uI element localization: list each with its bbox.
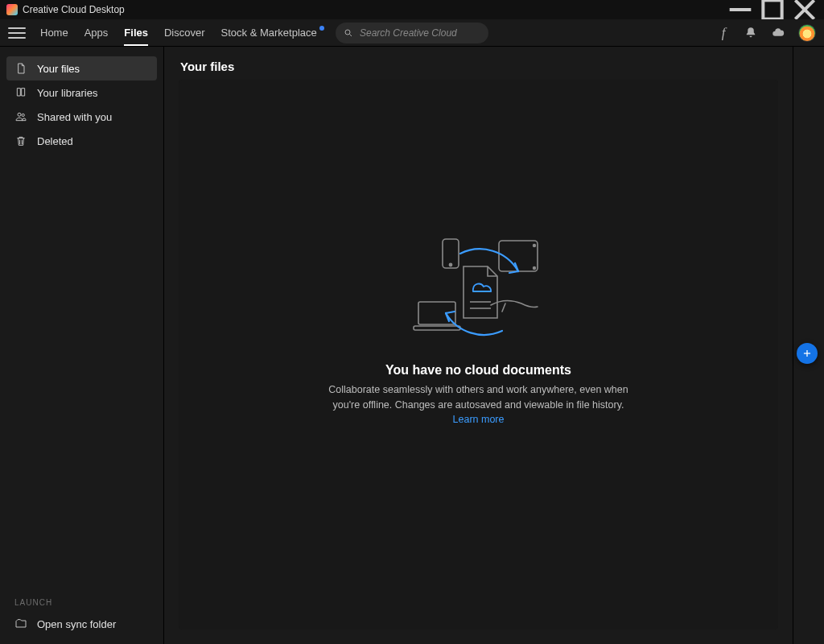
minimize-button[interactable]	[724, 0, 756, 19]
sidebar-item-label: Shared with you	[37, 111, 112, 123]
search-box[interactable]	[336, 23, 488, 43]
maximize-button[interactable]	[756, 0, 789, 19]
menu-icon[interactable]	[8, 24, 26, 42]
tab-apps[interactable]: Apps	[76, 19, 117, 46]
search-input[interactable]	[360, 27, 480, 39]
file-icon	[14, 62, 27, 75]
notifications-icon[interactable]	[744, 26, 758, 40]
svg-point-11	[533, 245, 535, 247]
empty-illustration-icon	[410, 236, 547, 349]
fonts-icon[interactable]: f	[716, 26, 731, 40]
folder-sync-icon	[14, 617, 27, 630]
empty-description: Collaborate seamlessly with others and w…	[318, 382, 640, 411]
svg-point-14	[449, 264, 451, 266]
book-icon	[14, 86, 27, 99]
sidebar-item-label: Your files	[37, 63, 80, 75]
avatar[interactable]	[798, 24, 816, 42]
people-icon	[14, 110, 27, 123]
empty-title: You have no cloud documents	[385, 363, 571, 378]
tab-label: Discover	[164, 27, 205, 39]
notification-dot-icon	[319, 26, 324, 31]
sidebar-item-label: Deleted	[37, 135, 73, 147]
sidebar-item-your-files[interactable]: Your files	[6, 56, 157, 80]
content-area: You have no cloud documents Collaborate …	[179, 80, 778, 630]
sidebar-item-your-libraries[interactable]: Your libraries	[6, 80, 157, 105]
tab-home[interactable]: Home	[32, 19, 76, 46]
close-button[interactable]	[789, 0, 821, 19]
tab-label: Apps	[84, 27, 109, 39]
svg-line-5	[350, 35, 352, 37]
window-controls	[724, 0, 821, 19]
tab-label: Stock & Marketplace	[221, 27, 317, 39]
tab-files[interactable]: Files	[116, 19, 156, 46]
nav-right: f	[716, 24, 816, 42]
page-title: Your files	[164, 47, 793, 80]
open-sync-folder[interactable]: Open sync folder	[6, 612, 157, 636]
nav-tabs: Home Apps Files Discover Stock & Marketp…	[32, 19, 332, 46]
tab-marketplace[interactable]: Stock & Marketplace	[213, 19, 332, 46]
svg-point-7	[22, 114, 24, 116]
sidebar-item-deleted[interactable]: Deleted	[6, 129, 157, 153]
add-button[interactable]	[797, 343, 818, 364]
svg-rect-16	[414, 326, 460, 330]
tab-label: Files	[124, 27, 148, 39]
plus-icon	[801, 348, 813, 359]
svg-point-12	[533, 267, 535, 270]
learn-more-link[interactable]: Learn more	[453, 414, 505, 425]
main-content: Your files	[164, 47, 793, 644]
app-logo-icon	[6, 4, 18, 15]
window-title: Creative Cloud Desktop	[23, 4, 125, 15]
sidebar: Your files Your libraries Shared with yo…	[0, 47, 164, 644]
tab-label: Home	[40, 27, 68, 39]
svg-rect-1	[763, 0, 781, 19]
sidebar-item-label: Your libraries	[37, 87, 97, 99]
launch-section-label: LAUNCH	[6, 593, 157, 612]
titlebar: Creative Cloud Desktop	[0, 0, 824, 19]
svg-point-6	[18, 113, 21, 116]
trash-icon	[14, 134, 27, 147]
svg-point-4	[345, 30, 350, 35]
tab-discover[interactable]: Discover	[156, 19, 213, 46]
cloud-icon[interactable]	[771, 26, 785, 40]
sidebar-item-label: Open sync folder	[37, 618, 116, 630]
navbar: Home Apps Files Discover Stock & Marketp…	[0, 19, 824, 47]
sidebar-item-shared[interactable]: Shared with you	[6, 105, 157, 129]
empty-state: You have no cloud documents Collaborate …	[318, 236, 640, 424]
right-rail	[793, 47, 824, 644]
search-icon	[344, 27, 353, 39]
